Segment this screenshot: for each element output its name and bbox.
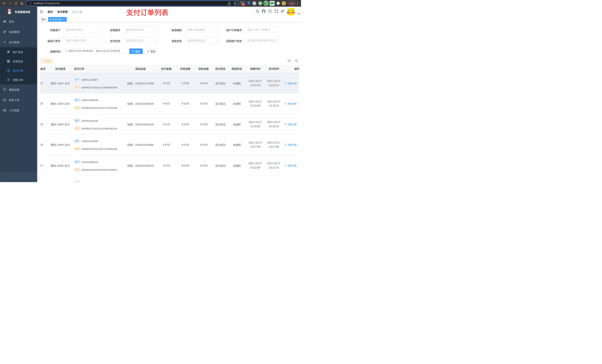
svg-text:¥: ¥ <box>8 70 9 72</box>
svg-text:T: T <box>282 10 284 13</box>
svg-text:?: ? <box>269 10 270 12</box>
svg-text:10: 10 <box>242 3 245 5</box>
